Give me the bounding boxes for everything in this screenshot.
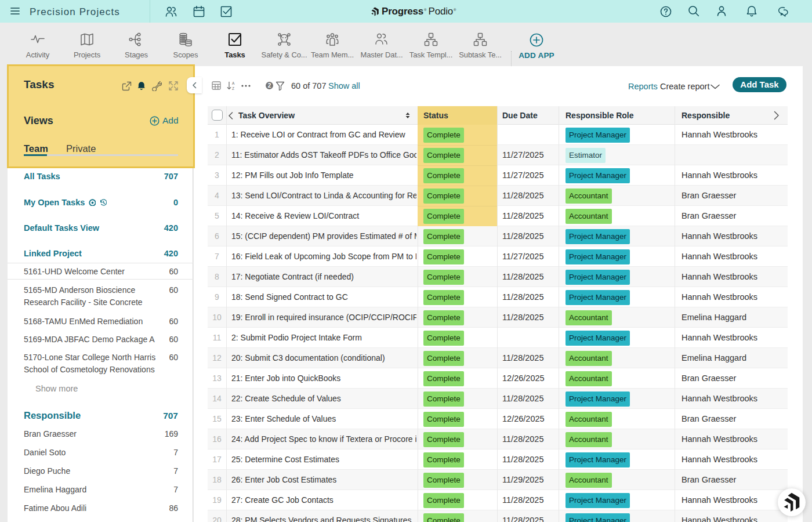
svg-text:Z: Z <box>232 86 234 90</box>
svg-text:A: A <box>232 81 235 85</box>
